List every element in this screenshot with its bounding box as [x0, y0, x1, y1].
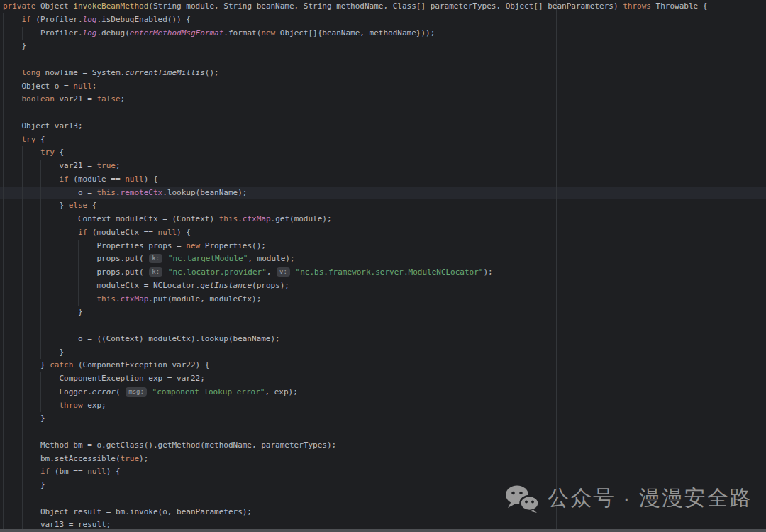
code-line[interactable]: bm.setAccessible(true); [0, 453, 766, 466]
code-line[interactable]: if (moduleCtx == null) { [0, 226, 766, 240]
code-token: . [116, 294, 121, 304]
code-line[interactable]: } else { [0, 199, 766, 213]
code-line[interactable] [0, 53, 766, 67]
code-token: Object [35, 1, 73, 11]
code-token: Object result = bm.invoke(o, beanParamet… [3, 507, 252, 516]
code-token: "nc.locator.provider" [168, 267, 267, 277]
code-line[interactable]: if (module == null) { [0, 173, 766, 187]
code-area[interactable]: private Object invokeBeanMethod(String m… [0, 0, 766, 532]
code-token: } [3, 348, 64, 357]
code-line[interactable]: } [0, 40, 766, 53]
code-line[interactable]: moduleCtx = NCLocator.getInstance(props)… [0, 279, 766, 293]
code-token: .debug( [96, 28, 129, 38]
code-token [3, 68, 22, 77]
code-token: (String module, String beanName, String … [148, 1, 623, 11]
code-token [3, 401, 59, 410]
code-line[interactable]: Context moduleCtx = (Context) this.ctxMa… [0, 213, 766, 226]
code-line[interactable]: ComponentException exp = var22; [0, 372, 766, 386]
code-token: ); [483, 267, 492, 277]
code-line[interactable]: try { [0, 146, 766, 160]
code-token: new [186, 241, 200, 250]
code-line[interactable] [0, 426, 766, 439]
code-token: catch [50, 360, 73, 370]
code-token: Throwable { [651, 1, 707, 11]
code-token: var21 = [55, 94, 97, 104]
code-line[interactable]: throw exp; [0, 399, 766, 413]
inlay-hint: msg: [126, 387, 147, 397]
code-token: invokeBeanMethod [73, 1, 148, 11]
code-token: null [125, 174, 144, 184]
code-token: } [3, 201, 69, 210]
code-line[interactable]: boolean var21 = false; [0, 93, 766, 106]
code-token: (moduleCtx == [87, 228, 157, 237]
code-token: ctxMap [121, 294, 149, 304]
code-line[interactable]: if (bm == null) { [0, 465, 766, 479]
code-token: if [59, 174, 68, 184]
code-token: null [87, 467, 106, 476]
code-token: ctxMap [243, 214, 271, 223]
code-line[interactable]: var21 = true; [0, 160, 766, 173]
indent-guide [3, 13, 4, 532]
code-token: . [116, 188, 121, 197]
code-token [148, 387, 152, 397]
code-line[interactable]: long nowTime = System.currentTimeMillis(… [0, 67, 766, 80]
code-token: try [22, 135, 36, 144]
code-token: Properties props = [3, 241, 186, 250]
code-token: props.put( [3, 254, 148, 263]
code-token: Method bm = o.getClass().getMethod(metho… [3, 440, 336, 450]
code-line[interactable]: Object var13; [0, 120, 766, 133]
code-token: true [96, 161, 116, 170]
code-token [3, 174, 59, 184]
code-line[interactable]: } [0, 306, 766, 319]
code-token: } [3, 307, 83, 316]
code-line[interactable]: Logger.error( msg: "component lookup err… [0, 386, 766, 399]
code-line[interactable]: try { [0, 133, 766, 147]
code-line[interactable]: o = ((Context) moduleCtx).lookup(beanNam… [0, 333, 766, 346]
code-line[interactable]: } catch (ComponentException var22) { [0, 359, 766, 372]
code-line[interactable]: } [0, 412, 766, 426]
code-token: this [96, 294, 116, 304]
code-token: ; [121, 94, 126, 104]
code-token: ) { [106, 467, 121, 476]
code-line[interactable]: Object o = null; [0, 80, 766, 94]
code-token: } [3, 41, 26, 50]
code-line[interactable]: props.put( k: "nc.locator.provider", v: … [0, 266, 766, 279]
code-token: boolean [22, 94, 55, 104]
code-token: (Profiler. [31, 15, 83, 24]
code-line[interactable]: Method bm = o.getClass().getMethod(metho… [0, 439, 766, 453]
code-token: Logger. [3, 387, 92, 397]
code-token [291, 267, 296, 277]
code-token: Object var13; [3, 121, 83, 131]
code-token: } [3, 360, 50, 370]
code-token: currentTimeMillis [125, 68, 205, 77]
code-line[interactable]: this.ctxMap.put(module, moduleCtx); [0, 293, 766, 306]
code-token: else [69, 201, 88, 210]
code-token: log [83, 28, 97, 38]
code-token: moduleCtx = NCLocator. [3, 281, 200, 290]
code-line[interactable]: Properties props = new Properties(); [0, 240, 766, 253]
code-editor[interactable]: private Object invokeBeanMethod(String m… [0, 0, 766, 532]
code-token: . [238, 214, 243, 223]
code-line[interactable]: if (Profiler.log.isDebugEnabled()) { [0, 13, 766, 27]
code-line[interactable]: props.put( k: "nc.targetModule", module)… [0, 253, 766, 266]
indent-guide [22, 27, 23, 40]
code-token: nowTime = System. [40, 68, 125, 77]
code-token: Profiler. [3, 28, 83, 38]
code-token: .put(module, moduleCtx); [148, 294, 261, 304]
code-token: Properties(); [200, 241, 266, 250]
code-line[interactable] [0, 106, 766, 120]
code-token [3, 135, 22, 144]
code-token: o = [3, 188, 96, 197]
code-token: { [55, 148, 64, 157]
code-line[interactable]: Profiler.log.debug(enterMethodMsgFormat.… [0, 27, 766, 40]
code-line[interactable]: } [0, 346, 766, 360]
code-line[interactable] [0, 319, 766, 333]
code-token: ComponentException exp = var22; [3, 374, 205, 383]
code-token: { [87, 201, 96, 210]
code-token: , [267, 267, 276, 277]
code-token: .format( [223, 28, 261, 38]
code-token: (); [205, 68, 219, 77]
code-line[interactable]: private Object invokeBeanMethod(String m… [0, 0, 766, 13]
code-line[interactable]: o = this.remoteCtx.lookup(beanName); [0, 187, 766, 200]
code-token: if [78, 228, 87, 237]
